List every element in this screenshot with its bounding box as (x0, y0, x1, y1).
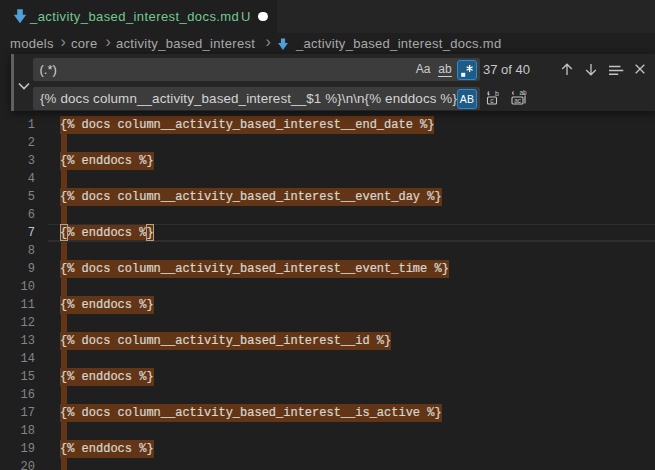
svg-text:ab: ab (520, 90, 528, 96)
svg-text:ac: ac (514, 97, 522, 104)
svg-text:b: b (495, 90, 499, 97)
svg-text:c: c (490, 97, 494, 104)
